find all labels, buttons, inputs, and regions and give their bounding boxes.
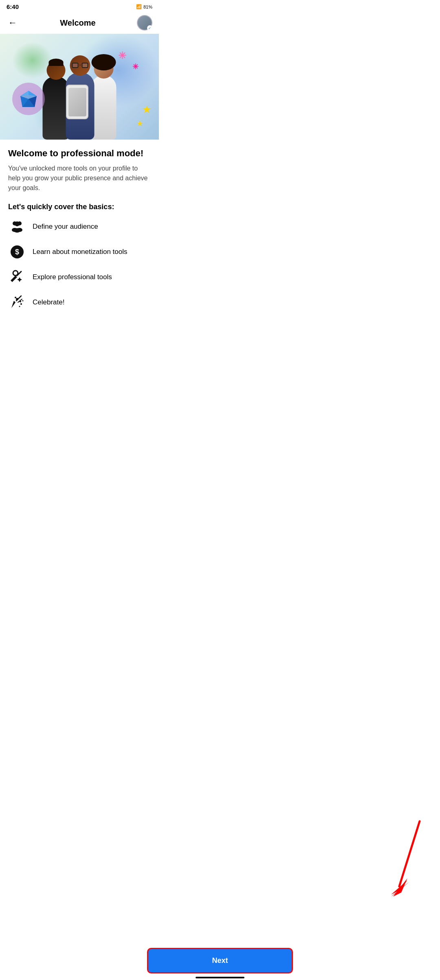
back-button[interactable]: ← — [7, 16, 19, 30]
feature-text-celebrate: Celebrate! — [33, 298, 64, 306]
welcome-description: You've unlocked more tools on your profi… — [8, 164, 151, 193]
feature-item-tools: Explore professional tools — [8, 268, 151, 286]
feature-text-tools: Explore professional tools — [33, 273, 112, 281]
nav-bar: ← Welcome ✓ — [0, 12, 159, 34]
person-1 — [43, 61, 69, 140]
sparkle-icon-1: ✳ — [118, 50, 126, 61]
network-icon: 📶 — [136, 4, 142, 9]
battery-icon: 81% — [143, 4, 152, 9]
svg-text:$: $ — [15, 248, 19, 256]
hero-image: ✳ ✳ ★ ★ — [0, 34, 159, 140]
star-icon-1: ★ — [143, 105, 151, 115]
feature-text-monetization: Learn about monetization tools — [33, 248, 128, 256]
svg-point-21 — [22, 300, 24, 301]
gem-badge — [12, 83, 45, 115]
gem-icon — [18, 89, 39, 109]
phone-in-hand — [66, 85, 88, 119]
main-content: Welcome to professional mode! You've unl… — [0, 140, 159, 311]
avatar[interactable]: ✓ — [137, 15, 152, 31]
svg-point-20 — [20, 303, 22, 305]
svg-point-19 — [15, 297, 16, 298]
feature-list: Define your audience $ Learn about monet… — [8, 218, 151, 311]
celebrate-icon — [8, 293, 26, 311]
status-icons: 📶 81% — [136, 4, 152, 9]
monetization-icon: $ — [8, 243, 26, 261]
feature-item-audience: Define your audience — [8, 218, 151, 236]
person-3 — [91, 59, 117, 140]
svg-point-13 — [14, 228, 20, 232]
svg-point-10 — [15, 221, 20, 226]
feature-text-audience: Define your audience — [33, 223, 98, 231]
page-title: Welcome — [60, 18, 95, 28]
status-bar: 6:40 📶 81% — [0, 0, 159, 12]
status-time: 6:40 — [7, 3, 19, 10]
feature-item-monetization: $ Learn about monetization tools — [8, 243, 151, 261]
basics-title: Let's quickly cover the basics: — [8, 203, 151, 211]
star-icon-2: ★ — [137, 120, 143, 127]
svg-point-22 — [19, 306, 20, 307]
audience-icon — [8, 218, 26, 236]
tools-icon — [8, 268, 26, 286]
sparkle-icon-2: ✳ — [132, 62, 139, 71]
avatar-check-icon: ✓ — [147, 25, 152, 31]
welcome-title: Welcome to professional mode! — [8, 148, 151, 160]
feature-item-celebrate: Celebrate! — [8, 293, 151, 311]
phone-screen — [68, 88, 86, 116]
